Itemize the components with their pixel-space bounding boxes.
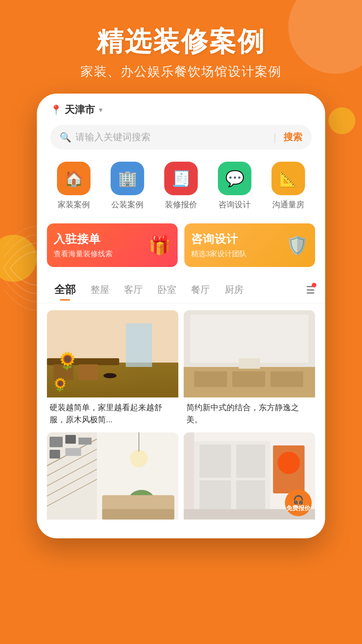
svg-rect-1 [47, 310, 178, 363]
search-button[interactable]: 搜索 [284, 131, 302, 144]
headset-icon: 🎧 [293, 495, 304, 505]
commercial-case-icon-bg: 🏢 [111, 162, 144, 195]
image-grid: 🌻 硬装越简单，家里越看起来越舒服，原木风极简... [37, 304, 325, 525]
svg-rect-13 [239, 358, 260, 369]
location-bar[interactable]: 📍 天津市 ▾ [37, 94, 325, 120]
quote-label: 装修报价 [165, 199, 197, 210]
svg-rect-34 [184, 432, 194, 520]
category-tabs: 全部 整屋 客厅 卧室 餐厅 厨房 ☰ [37, 274, 325, 304]
banner-join-icon: 🎁 [148, 235, 171, 256]
bg-circle-mid-right [328, 107, 355, 134]
svg-rect-3 [47, 358, 119, 365]
case-caption-1: 硬装越简单，家里越看起来越舒服，原木风极简... [47, 397, 178, 427]
svg-rect-10 [194, 371, 227, 387]
svg-rect-2 [126, 323, 152, 367]
case-item-2[interactable]: 简约新中式的结合，东方静逸之美。 [184, 310, 315, 427]
consult-label: 咨询设计 [219, 199, 251, 210]
case-item-4[interactable]: 🎧 免费报价 [184, 432, 315, 525]
svg-rect-39 [236, 480, 265, 514]
quote-icon-bg: 🧾 [164, 162, 198, 195]
nav-icon-quote[interactable]: 🧾 装修报价 [164, 162, 198, 210]
svg-rect-30 [102, 509, 175, 520]
svg-point-6 [104, 373, 117, 378]
tab-bedroom[interactable]: 卧室 [150, 280, 184, 300]
banner-consult-text-group: 咨询设计 精选3家设计团队 [191, 231, 247, 259]
svg-point-42 [278, 452, 300, 474]
banner-consult-icon: 🛡️ [286, 235, 308, 256]
case-image-3 [47, 432, 178, 520]
nav-icon-commercial-case[interactable]: 🏢 公装案例 [111, 162, 144, 210]
banner-consult-main-text: 咨询设计 [191, 231, 247, 247]
quote-icon: 🧾 [172, 169, 191, 187]
case-item-1[interactable]: 🌻 硬装越简单，家里越看起来越舒服，原木风极简... [47, 310, 178, 427]
case-image-1: 🌻 [47, 310, 178, 397]
case-caption-4 [184, 520, 315, 525]
home-case-icon-bg: 🏠 [57, 162, 90, 195]
free-badge-label: 免费报价 [286, 505, 310, 511]
phone-mockup: 📍 天津市 ▾ 🔍 请输入关键词搜索 | 搜索 🏠 家装案例 🏢 公装案例 🧾 … [37, 94, 325, 538]
tab-all[interactable]: 全部 [47, 279, 83, 301]
search-divider: | [274, 131, 276, 144]
nav-icon-measure[interactable]: 📐 沟通量房 [272, 162, 305, 210]
search-placeholder-text: 请输入关键词搜索 [75, 131, 266, 144]
case-caption-2: 简约新中式的结合，东方静逸之美。 [184, 397, 315, 427]
location-dropdown-icon[interactable]: ▾ [99, 106, 103, 114]
location-city: 天津市 [65, 103, 95, 117]
measure-label: 沟通量房 [272, 199, 304, 210]
case-caption-3 [47, 520, 178, 525]
svg-rect-37 [236, 444, 265, 478]
nav-icon-consult[interactable]: 💬 咨询设计 [218, 162, 251, 210]
svg-rect-12 [270, 371, 303, 387]
svg-rect-25 [50, 450, 60, 459]
tab-whole-room[interactable]: 整屋 [83, 280, 117, 300]
header-section: 精选装修案例 家装、办公娱乐餐饮场馆设计案例 [0, 0, 362, 94]
banner-join-main-text: 入驻接单 [54, 231, 113, 247]
svg-rect-36 [199, 444, 231, 478]
banner-card-consult[interactable]: 咨询设计 精选3家设计团队 🛡️ [184, 223, 315, 267]
case-image-4: 🎧 免费报价 [184, 432, 315, 520]
svg-rect-8 [190, 315, 309, 363]
flower-decoration: 🌻 [52, 377, 68, 392]
search-bar[interactable]: 🔍 请输入关键词搜索 | 搜索 [50, 125, 312, 150]
case-image-3-visual [47, 432, 178, 520]
page-subtitle: 家装、办公娱乐餐饮场馆设计案例 [0, 63, 362, 80]
icons-grid: 🏠 家装案例 🏢 公装案例 🧾 装修报价 💬 咨询设计 📐 [37, 150, 325, 217]
measure-icon-bg: 📐 [272, 162, 305, 195]
svg-rect-5 [78, 364, 98, 380]
svg-rect-29 [102, 495, 175, 511]
svg-rect-23 [65, 435, 76, 444]
svg-rect-11 [232, 371, 265, 387]
case-image-2-visual [184, 310, 315, 397]
tab-living-room[interactable]: 客厅 [117, 280, 150, 300]
banner-join-sub-text: 查看海量装修线索 [54, 249, 113, 259]
svg-rect-24 [78, 438, 92, 445]
svg-rect-38 [199, 480, 231, 514]
tab-menu-notification-dot [312, 283, 316, 287]
case-item-3[interactable] [47, 432, 178, 525]
home-case-icon: 🏠 [64, 169, 83, 187]
room2-svg [184, 310, 315, 397]
case-image-2 [184, 310, 315, 397]
consult-icon: 💬 [225, 169, 244, 187]
svg-point-31 [130, 449, 148, 467]
nav-icon-home-case[interactable]: 🏠 家装案例 [57, 162, 90, 210]
commercial-case-icon: 🏢 [118, 169, 137, 187]
search-icon: 🔍 [60, 132, 71, 143]
measure-icon: 📐 [279, 169, 298, 187]
tab-kitchen[interactable]: 厨房 [217, 280, 251, 300]
tab-dining-room[interactable]: 餐厅 [184, 280, 217, 300]
banner-row: 入驻接单 查看海量装修线索 🎁 咨询设计 精选3家设计团队 🛡️ [37, 217, 325, 274]
location-pin-icon: 📍 [50, 104, 62, 115]
svg-rect-22 [50, 437, 63, 447]
banner-join-text-group: 入驻接单 查看海量装修线索 [54, 231, 113, 259]
home-case-label: 家装案例 [58, 199, 90, 210]
case-image-1-visual: 🌻 [47, 310, 178, 397]
consult-icon-bg: 💬 [218, 162, 251, 195]
room3-svg [47, 432, 178, 520]
page-title: 精选装修案例 [0, 27, 362, 56]
free-price-badge[interactable]: 🎧 免费报价 [285, 489, 312, 516]
commercial-case-label: 公装案例 [111, 199, 143, 210]
banner-consult-sub-text: 精选3家设计团队 [191, 249, 247, 259]
tab-more-icon[interactable]: ☰ [306, 284, 315, 296]
banner-card-join[interactable]: 入驻接单 查看海量装修线索 🎁 [47, 223, 178, 267]
